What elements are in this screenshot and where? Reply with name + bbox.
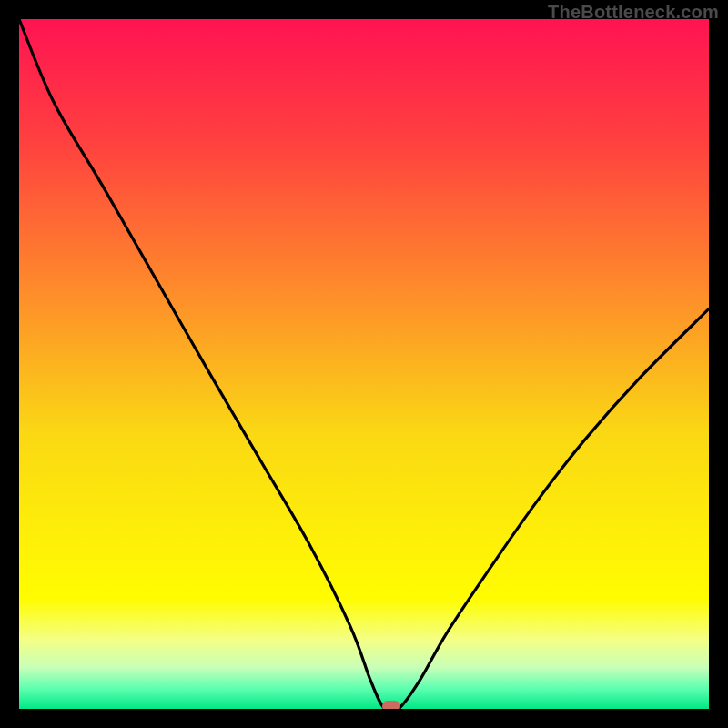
chart-frame: TheBottleneck.com xyxy=(0,0,728,728)
plot-area xyxy=(19,19,709,709)
optimal-marker xyxy=(382,701,400,709)
watermark-text: TheBottleneck.com xyxy=(548,2,719,23)
bottleneck-curve xyxy=(19,19,709,709)
